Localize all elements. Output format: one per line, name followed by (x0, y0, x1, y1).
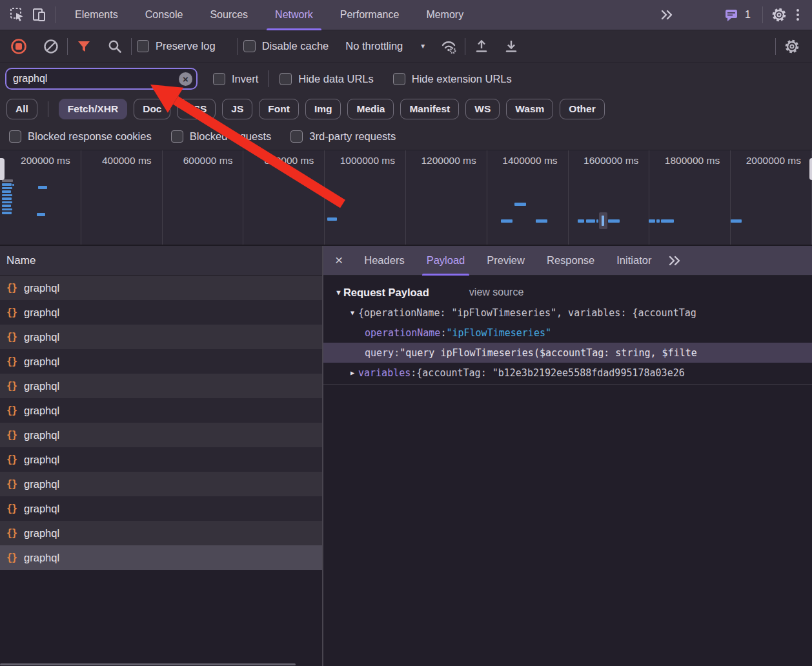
expand-triangle-icon[interactable]: ▶ (347, 369, 358, 376)
overview-left-handle[interactable] (0, 158, 5, 180)
request-timing-bar (2, 208, 12, 211)
detail-tab-initiator[interactable]: Initiator (605, 246, 662, 276)
3rd-party-requests-group: 3rd-party requests (290, 130, 396, 143)
chip-manifest[interactable]: Manifest (400, 99, 459, 119)
overview-right-handle[interactable] (809, 158, 812, 180)
network-overview-timeline[interactable]: 200000 ms400000 ms600000 ms800000 ms1000… (0, 150, 812, 246)
more-detail-tabs-icon[interactable] (667, 254, 682, 267)
table-row[interactable]: {}graphql (0, 325, 322, 349)
export-har-icon[interactable] (500, 35, 522, 57)
clear-network-log-icon[interactable] (40, 35, 62, 57)
tick-label: 1400000 ms (487, 150, 569, 245)
chip-ws[interactable]: WS (465, 99, 500, 119)
tab-memory[interactable]: Memory (412, 0, 477, 30)
expand-triangle-icon[interactable]: ▼ (347, 309, 358, 316)
request-list-pane: Name {}graphql{}graphql{}graphql{}graphq… (0, 246, 323, 666)
more-panels-icon[interactable] (656, 4, 678, 26)
chip-wasm[interactable]: Wasm (506, 99, 553, 119)
tab-performance[interactable]: Performance (327, 0, 413, 30)
horizontal-scrollbar[interactable] (0, 663, 296, 665)
request-payload-section[interactable]: ▼ Request Payload view source (323, 282, 812, 303)
payload-preview-line[interactable]: ▼ {operationName: "ipFlowTimeseries", va… (323, 303, 812, 323)
hide-extension-urls-checkbox[interactable] (393, 73, 405, 85)
chip-css[interactable]: CSS (177, 99, 216, 119)
request-timing-bar (2, 197, 12, 200)
tabbar-right: 1 (656, 4, 812, 26)
collapse-triangle-icon[interactable]: ▼ (335, 288, 342, 296)
panel-tabs: ElementsConsoleSourcesNetworkPerformance… (61, 0, 477, 30)
chevron-down-icon: ▼ (420, 43, 426, 50)
json-braces-icon: {} (6, 527, 17, 539)
import-har-icon[interactable] (471, 35, 492, 57)
tab-elements[interactable]: Elements (61, 0, 132, 30)
detail-tabs: HeadersPayloadPreviewResponseInitiator (353, 246, 662, 276)
request-timing-bar (2, 201, 12, 204)
close-detail-icon[interactable]: × (323, 252, 353, 269)
inspect-element-icon[interactable] (6, 4, 28, 26)
json-braces-icon: {} (6, 307, 17, 318)
tab-sources[interactable]: Sources (196, 0, 261, 30)
table-row[interactable]: {}graphql (0, 276, 322, 300)
view-source-link[interactable]: view source (469, 287, 523, 298)
table-row[interactable]: {}graphql (0, 472, 322, 496)
invert-checkbox[interactable] (213, 73, 225, 85)
detail-tab-payload[interactable]: Payload (416, 246, 476, 276)
chip-img[interactable]: Img (305, 99, 341, 119)
payload-row[interactable]: query: "query ipFlowTimeseries($accountT… (323, 343, 812, 363)
device-toolbar-icon[interactable] (28, 4, 50, 26)
chip-js[interactable]: JS (222, 99, 252, 119)
toolbar-divider (269, 70, 269, 87)
network-toolbar: Preserve log Disable cache No throttling… (0, 30, 812, 63)
table-row[interactable]: {}graphql (0, 349, 322, 374)
filter-funnel-icon[interactable] (73, 35, 95, 57)
hide-data-urls-group: Hide data URLs (279, 73, 373, 85)
table-row[interactable]: {}graphql (0, 423, 322, 447)
issues-message-icon[interactable] (720, 4, 742, 26)
table-row[interactable]: {}graphql (0, 398, 322, 423)
request-timing-bar (38, 186, 47, 189)
record-network-log-icon[interactable] (8, 35, 30, 57)
table-row[interactable]: {}graphql (0, 374, 322, 398)
blocked-requests-checkbox[interactable] (171, 130, 183, 143)
table-row[interactable]: {}graphql (0, 300, 322, 325)
clear-filter-icon[interactable]: × (179, 72, 192, 86)
table-row[interactable]: {}graphql (0, 521, 322, 545)
table-row[interactable]: {}graphql (0, 447, 322, 472)
blocked-response-cookies-checkbox[interactable] (9, 130, 21, 143)
3rd-party-requests-checkbox[interactable] (290, 130, 303, 143)
detail-tab-preview[interactable]: Preview (476, 246, 536, 276)
tab-network[interactable]: Network (261, 0, 327, 30)
detail-tabs-bar: × HeadersPayloadPreviewResponseInitiator (323, 246, 812, 276)
payload-colon: : (411, 367, 416, 379)
filter-input[interactable] (13, 73, 179, 85)
preserve-log-checkbox[interactable] (137, 40, 149, 52)
payload-row[interactable]: operationName: "ipFlowTimeseries" (323, 323, 812, 343)
settings-gear-icon[interactable] (768, 4, 790, 26)
network-conditions-icon[interactable] (438, 35, 460, 57)
detail-tab-response[interactable]: Response (536, 246, 605, 276)
chip-media[interactable]: Media (347, 99, 394, 119)
request-rows: {}graphql{}graphql{}graphql{}graphql{}gr… (0, 276, 322, 666)
chip-fetch-xhr[interactable]: Fetch/XHR (59, 99, 127, 119)
chip-other[interactable]: Other (560, 99, 604, 119)
tab-console[interactable]: Console (132, 0, 197, 30)
name-column-header[interactable]: Name (0, 246, 322, 276)
chip-all[interactable]: All (6, 99, 37, 119)
chip-font[interactable]: Font (259, 99, 299, 119)
kebab-menu-icon[interactable] (790, 9, 806, 21)
hide-data-urls-checkbox[interactable] (279, 73, 292, 85)
disable-cache-checkbox[interactable] (243, 40, 256, 52)
chip-doc[interactable]: Doc (134, 99, 170, 119)
payload-row[interactable]: ▶variables: {accountTag: "b12e3b2192ee55… (323, 363, 812, 383)
search-icon[interactable] (104, 35, 126, 57)
toolbar-divider (775, 38, 776, 55)
preserve-log-label: Preserve log (156, 40, 216, 52)
network-settings-gear-icon[interactable] (781, 35, 803, 57)
throttling-select[interactable]: No throttling ▼ (345, 40, 426, 52)
table-row[interactable]: {}graphql (0, 496, 322, 521)
checkbox-label: Blocked response cookies (28, 130, 152, 143)
detail-tab-headers[interactable]: Headers (353, 246, 415, 276)
table-row[interactable]: {}graphql (0, 545, 322, 570)
request-timing-bar (596, 219, 598, 223)
request-timing-bar (661, 219, 674, 223)
